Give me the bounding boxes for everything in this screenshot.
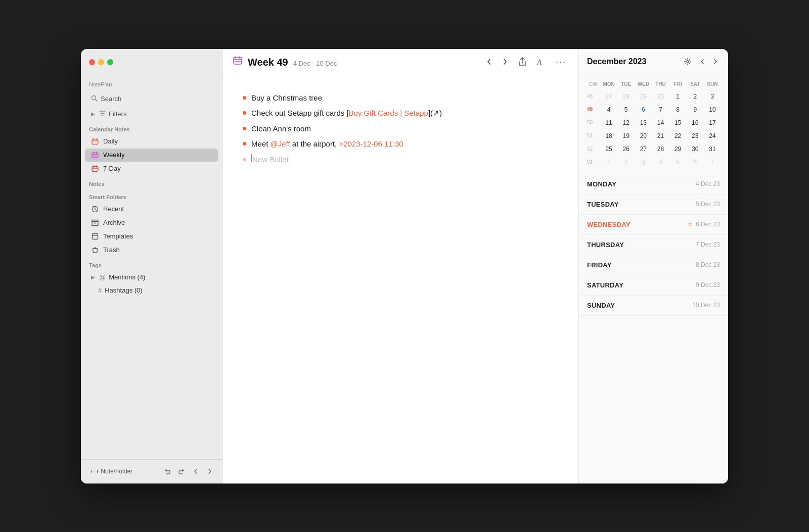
cal-day-nov28[interactable]: 28 [620, 90, 632, 103]
cal-day-dec26[interactable]: 26 [620, 143, 632, 155]
cal-day-dec2[interactable]: 2 [689, 90, 701, 103]
cal-day-dec6[interactable]: 6 [637, 104, 649, 116]
cw-49[interactable]: 49 [586, 103, 600, 116]
sidebar-item-templates[interactable]: Templates [85, 230, 218, 243]
cal-day-dec19[interactable]: 19 [620, 130, 632, 142]
time-ref: 11:30 [384, 139, 403, 148]
mentions-expand-icon: ▶ [91, 274, 95, 280]
cal-day-jan6[interactable]: 6 [689, 156, 701, 168]
sidebar-item-archive[interactable]: Archive [85, 216, 218, 229]
cal-day-dec16[interactable]: 16 [689, 117, 701, 129]
fri-header: FRI [669, 80, 687, 88]
search-label: Search [101, 95, 121, 103]
sidebar-item-daily[interactable]: Daily [85, 135, 218, 148]
setapp-link[interactable]: Buy Gift Cards | Setapp [349, 109, 428, 117]
cal-day-dec15[interactable]: 15 [672, 117, 684, 129]
calendar-next-button[interactable] [711, 56, 720, 67]
nav-forward-icon[interactable] [204, 465, 216, 477]
cal-day-jan5[interactable]: 5 [672, 156, 684, 168]
search-button[interactable]: Search [85, 91, 218, 107]
calendar-prev-button[interactable] [698, 56, 707, 67]
cal-day-jan7[interactable]: 7 [706, 156, 718, 168]
templates-label: Templates [103, 232, 133, 240]
day-row-thursday[interactable]: THURSDAY 7 Dec 23 [579, 235, 728, 255]
cal-day-dec27[interactable]: 27 [637, 143, 649, 155]
cal-day-dec11[interactable]: 11 [603, 117, 615, 129]
cal-day-dec7[interactable]: 7 [654, 104, 666, 116]
sidebar-item-weekly[interactable]: Weekly [85, 149, 218, 162]
cal-day-dec3[interactable]: 3 [706, 90, 718, 103]
add-note-folder-button[interactable]: + + Note/Folder [87, 466, 136, 477]
nav-back-icon[interactable] [190, 465, 202, 477]
new-bullet-placeholder: New Bullet [251, 154, 558, 166]
cal-day-dec4[interactable]: 4 [603, 104, 615, 116]
trash-label: Trash [103, 246, 120, 254]
cal-day-dec9[interactable]: 9 [689, 104, 701, 116]
fullscreen-button[interactable] [107, 59, 113, 65]
cal-day-dec21[interactable]: 21 [654, 130, 666, 142]
cal-day-nov29[interactable]: 29 [637, 90, 649, 103]
cal-day-dec31[interactable]: 31 [706, 143, 718, 155]
cal-day-dec23[interactable]: 23 [689, 130, 701, 142]
cal-day-dec14[interactable]: 14 [654, 117, 666, 129]
day-row-tuesday[interactable]: TUESDAY 5 Dec 23 [579, 195, 728, 215]
cal-day-jan3[interactable]: 3 [637, 156, 649, 168]
svg-rect-16 [92, 221, 98, 226]
tue-header: TUE [617, 80, 635, 88]
filters-item[interactable]: ▶ Filters [85, 108, 218, 121]
calendar-header-actions [682, 56, 720, 68]
cal-day-dec28[interactable]: 28 [654, 143, 666, 155]
cal-day-dec30[interactable]: 30 [689, 143, 701, 155]
cal-day-dec25[interactable]: 25 [603, 143, 615, 155]
nav-next-button[interactable] [500, 56, 510, 68]
cal-day-dec20[interactable]: 20 [637, 130, 649, 142]
day-row-saturday[interactable]: SATURDAY 9 Dec 23 [579, 275, 728, 296]
calendar-grid: CW MON TUE WED THU FRI SAT SUN 48 27 28 … [579, 75, 728, 174]
cal-day-dec22[interactable]: 22 [672, 130, 684, 142]
cal-day-dec1[interactable]: 1 [672, 90, 684, 103]
tuesday-label: TUESDAY [587, 201, 696, 208]
svg-rect-21 [234, 57, 242, 64]
more-options-button[interactable]: ··· [554, 55, 568, 69]
cal-day-dec18[interactable]: 18 [603, 130, 615, 142]
share-button[interactable] [516, 55, 528, 68]
cal-day-jan1[interactable]: 1 [603, 156, 615, 168]
close-button[interactable] [89, 59, 95, 65]
font-button[interactable]: A [534, 56, 548, 68]
cal-day-dec8[interactable]: 8 [672, 104, 684, 116]
sidebar-item-recent[interactable]: Recent [85, 203, 218, 216]
cal-day-nov27[interactable]: 27 [603, 90, 615, 103]
cal-day-jan2[interactable]: 2 [620, 156, 632, 168]
cw-52: 52 [586, 142, 600, 156]
day-row-sunday[interactable]: SUNDAY 10 Dec 23 [579, 296, 728, 316]
sidebar-item-hashtags[interactable]: # Hashtags (0) [85, 284, 218, 297]
cal-week-49: 49 4 5 6 7 8 9 10 [586, 103, 721, 116]
cal-day-dec17[interactable]: 17 [706, 117, 718, 129]
sidebar-item-7day[interactable]: 7-Day [85, 162, 218, 175]
cal-week-48: 48 27 28 29 30 1 2 3 [586, 90, 721, 103]
calendar-grid-header: CW MON TUE WED THU FRI SAT SUN [586, 80, 721, 88]
calendar-settings-button[interactable] [682, 56, 694, 68]
cal-day-dec24[interactable]: 24 [706, 130, 718, 142]
cal-day-nov30[interactable]: 30 [654, 90, 666, 103]
cal-day-dec29[interactable]: 29 [672, 143, 684, 155]
day-row-monday[interactable]: MONDAY 4 Dec 23 [579, 174, 728, 195]
archive-label: Archive [103, 219, 125, 226]
redo-icon[interactable] [175, 465, 188, 477]
notes-section-label: Notes [81, 176, 222, 189]
nav-prev-button[interactable] [484, 56, 494, 68]
tags-section-label: Tags [81, 257, 222, 270]
cal-day-dec10[interactable]: 10 [706, 104, 718, 116]
minimize-button[interactable] [98, 59, 104, 65]
cal-day-dec12[interactable]: 12 [620, 117, 632, 129]
day-row-friday[interactable]: FRIDAY 8 Dec 23 [579, 255, 728, 275]
undo-icon[interactable] [161, 465, 173, 477]
day-row-wednesday[interactable]: WEDNESDAY ☆ 6 Dec 23 [579, 215, 728, 235]
editor-content[interactable]: Buy a Christmas tree Check out Setapp gi… [222, 75, 578, 483]
sidebar-item-mentions[interactable]: ▶ @ Mentions (4) [85, 271, 218, 283]
cal-day-dec5[interactable]: 5 [620, 104, 632, 116]
cal-day-jan4[interactable]: 4 [654, 156, 666, 168]
cal-day-dec13[interactable]: 13 [637, 117, 649, 129]
calendar-title: December 2023 [587, 57, 682, 66]
sidebar-item-trash[interactable]: Trash [85, 244, 218, 257]
